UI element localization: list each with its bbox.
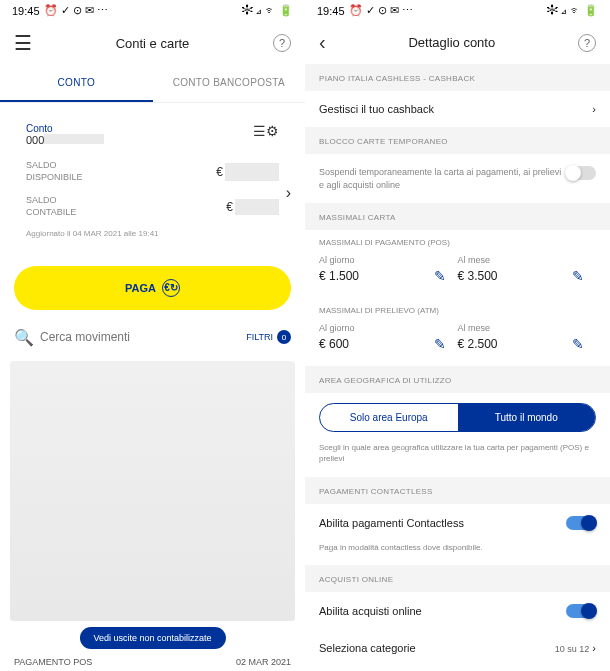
page-title: Conti e carte: [32, 36, 273, 51]
saldo-disponibile-value: €: [216, 163, 279, 181]
status-right-icons: ✻ ⊿ ᯤ 🔋: [242, 4, 293, 17]
uncounted-pill[interactable]: Vedi uscite non contabilizzate: [79, 627, 225, 649]
status-left-icons: ⏰ ✓ ⊙ ✉ ⋯: [44, 4, 108, 17]
paga-label: PAGA: [125, 282, 156, 294]
edit-icon[interactable]: ✎: [434, 336, 446, 352]
toggle-online[interactable]: [566, 604, 596, 618]
account-card[interactable]: ☰⚙ Conto 000 SALDO DISPONIBILE € › SALDO…: [14, 113, 291, 256]
atm-day-value: € 600: [319, 337, 349, 351]
chevron-right-icon[interactable]: ›: [286, 184, 291, 202]
help-icon[interactable]: ?: [578, 34, 596, 52]
saldo-contabile-label: SALDO CONTABILE: [26, 195, 76, 218]
paga-button[interactable]: PAGA €↻: [14, 266, 291, 310]
pos-month-label: Al mese: [458, 255, 597, 265]
search-input[interactable]: [40, 330, 240, 344]
online-label: Abilita acquisti online: [319, 605, 422, 617]
toggle-block-card[interactable]: [566, 166, 596, 180]
cashback-label: Gestisci il tuo cashback: [319, 103, 434, 115]
chevron-right-icon: ›: [592, 642, 596, 654]
atm-month-value: € 2.500: [458, 337, 498, 351]
chevron-right-icon: ›: [592, 103, 596, 115]
categories-count: 10 su 12: [555, 644, 590, 654]
back-icon[interactable]: ‹: [319, 31, 326, 54]
row-cashback[interactable]: Gestisci il tuo cashback ›: [305, 91, 610, 127]
geo-segmented[interactable]: Solo area Europa Tutto il mondo: [319, 403, 596, 432]
edit-icon[interactable]: ✎: [572, 268, 584, 284]
edit-icon[interactable]: ✎: [434, 268, 446, 284]
atm-subheader: MASSIMALI DI PRELIEVO (ATM): [305, 298, 610, 319]
atm-month-label: Al mese: [458, 323, 597, 333]
geo-note: Scegli in quale area geografica utilizza…: [305, 442, 610, 476]
pos-day-value: € 1.500: [319, 269, 359, 283]
contactless-note: Paga in modalità contactless dove dispon…: [305, 542, 610, 565]
settings-icon[interactable]: ☰⚙: [253, 123, 279, 139]
section-cashback: PIANO ITALIA CASHLESS - CASHBACK: [305, 64, 610, 91]
status-bar: 19:45 ⏰ ✓ ⊙ ✉ ⋯ ✻ ⊿ ᯤ 🔋: [305, 0, 610, 21]
pos-month-value: € 3.500: [458, 269, 498, 283]
status-time: 19:45: [12, 5, 40, 17]
search-icon[interactable]: 🔍: [14, 328, 34, 347]
status-bar: 19:45 ⏰ ✓ ⊙ ✉ ⋯ ✻ ⊿ ᯤ 🔋: [0, 0, 305, 21]
categories-label: Seleziona categorie: [319, 642, 416, 654]
updated-text: Aggiornato il 04 MAR 2021 alle 19:41: [26, 225, 279, 246]
tab-bancoposta[interactable]: CONTO BANCOPOSTA: [153, 65, 306, 102]
menu-icon[interactable]: ☰: [14, 31, 32, 55]
page-title: Dettaglio conto: [326, 35, 578, 50]
toggle-contactless[interactable]: [566, 516, 596, 530]
pos-day-label: Al giorno: [319, 255, 458, 265]
section-online: ACQUISTI ONLINE: [305, 565, 610, 592]
tab-conto[interactable]: CONTO: [0, 65, 153, 102]
section-blocco: BLOCCO CARTE TEMPORANEO: [305, 127, 610, 154]
pos-subheader: MASSIMALI DI PAGAMENTO (POS): [305, 230, 610, 251]
help-icon[interactable]: ?: [273, 34, 291, 52]
saldo-contabile-value: €: [226, 199, 279, 215]
transactions-list: [10, 361, 295, 621]
section-contactless: PAGAMENTI CONTACTLESS: [305, 477, 610, 504]
seg-europe[interactable]: Solo area Europa: [320, 404, 458, 431]
contactless-label: Abilita pagamenti Contactless: [319, 517, 464, 529]
section-geo: AREA GEOGRAFICA DI UTILIZZO: [305, 366, 610, 393]
account-number: 000: [26, 134, 279, 146]
euro-transfer-icon: €↻: [162, 279, 180, 297]
filter-badge: 0: [277, 330, 291, 344]
transaction-type: PAGAMENTO POS: [14, 657, 92, 667]
account-label: Conto: [26, 123, 279, 134]
edit-icon[interactable]: ✎: [572, 336, 584, 352]
row-categories[interactable]: Seleziona categorie 10 su 12 ›: [305, 630, 610, 666]
saldo-disponibile-label: SALDO DISPONIBILE: [26, 160, 83, 183]
seg-world[interactable]: Tutto il mondo: [458, 404, 596, 431]
filters-button[interactable]: FILTRI0: [246, 330, 291, 344]
transaction-date: 02 MAR 2021: [236, 657, 291, 667]
atm-day-label: Al giorno: [319, 323, 458, 333]
blocco-desc: Sospendi temporaneamente la carta ai pag…: [319, 166, 566, 191]
section-massimali: MASSIMALI CARTA: [305, 203, 610, 230]
